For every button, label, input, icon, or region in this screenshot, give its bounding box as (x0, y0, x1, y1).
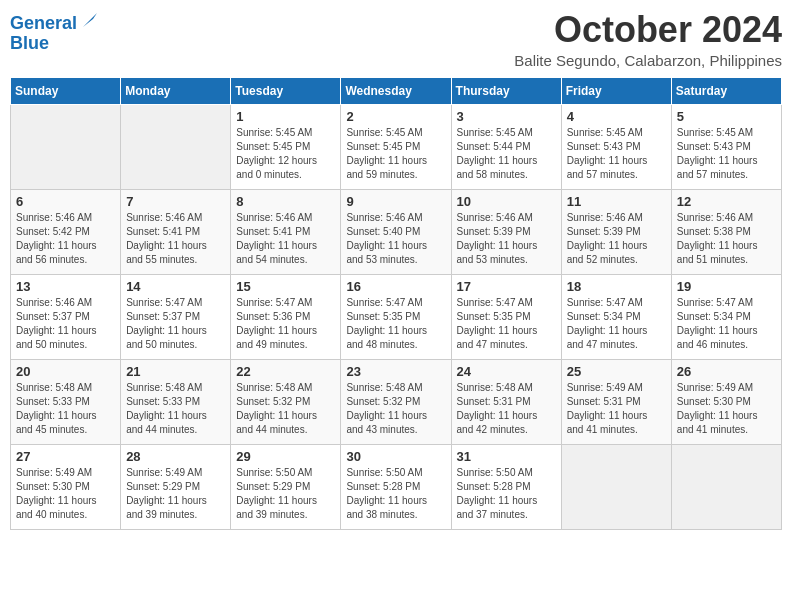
day-info: Sunrise: 5:45 AM Sunset: 5:43 PM Dayligh… (567, 126, 666, 182)
day-cell (11, 104, 121, 189)
day-cell: 4Sunrise: 5:45 AM Sunset: 5:43 PM Daylig… (561, 104, 671, 189)
day-number: 13 (16, 279, 115, 294)
header-cell-tuesday: Tuesday (231, 77, 341, 104)
day-cell: 12Sunrise: 5:46 AM Sunset: 5:38 PM Dayli… (671, 189, 781, 274)
day-cell: 2Sunrise: 5:45 AM Sunset: 5:45 PM Daylig… (341, 104, 451, 189)
logo-bird-icon (79, 13, 97, 31)
day-cell: 21Sunrise: 5:48 AM Sunset: 5:33 PM Dayli… (121, 359, 231, 444)
day-number: 11 (567, 194, 666, 209)
week-row-5: 27Sunrise: 5:49 AM Sunset: 5:30 PM Dayli… (11, 444, 782, 529)
day-cell: 3Sunrise: 5:45 AM Sunset: 5:44 PM Daylig… (451, 104, 561, 189)
day-info: Sunrise: 5:50 AM Sunset: 5:28 PM Dayligh… (457, 466, 556, 522)
day-cell: 7Sunrise: 5:46 AM Sunset: 5:41 PM Daylig… (121, 189, 231, 274)
day-info: Sunrise: 5:47 AM Sunset: 5:34 PM Dayligh… (677, 296, 776, 352)
day-cell: 15Sunrise: 5:47 AM Sunset: 5:36 PM Dayli… (231, 274, 341, 359)
day-info: Sunrise: 5:47 AM Sunset: 5:36 PM Dayligh… (236, 296, 335, 352)
day-info: Sunrise: 5:45 AM Sunset: 5:45 PM Dayligh… (236, 126, 335, 182)
calendar-table: SundayMondayTuesdayWednesdayThursdayFrid… (10, 77, 782, 530)
day-number: 1 (236, 109, 335, 124)
day-info: Sunrise: 5:46 AM Sunset: 5:39 PM Dayligh… (567, 211, 666, 267)
day-info: Sunrise: 5:46 AM Sunset: 5:42 PM Dayligh… (16, 211, 115, 267)
day-number: 30 (346, 449, 445, 464)
header-cell-saturday: Saturday (671, 77, 781, 104)
day-cell: 14Sunrise: 5:47 AM Sunset: 5:37 PM Dayli… (121, 274, 231, 359)
day-number: 3 (457, 109, 556, 124)
day-info: Sunrise: 5:45 AM Sunset: 5:43 PM Dayligh… (677, 126, 776, 182)
day-cell: 19Sunrise: 5:47 AM Sunset: 5:34 PM Dayli… (671, 274, 781, 359)
day-number: 9 (346, 194, 445, 209)
day-number: 8 (236, 194, 335, 209)
day-cell: 24Sunrise: 5:48 AM Sunset: 5:31 PM Dayli… (451, 359, 561, 444)
logo-text-general: General (10, 14, 77, 34)
day-info: Sunrise: 5:45 AM Sunset: 5:45 PM Dayligh… (346, 126, 445, 182)
day-info: Sunrise: 5:50 AM Sunset: 5:28 PM Dayligh… (346, 466, 445, 522)
page-header: General Blue October 2024 Balite Segundo… (10, 10, 782, 69)
week-row-1: 1Sunrise: 5:45 AM Sunset: 5:45 PM Daylig… (11, 104, 782, 189)
day-number: 22 (236, 364, 335, 379)
day-cell: 10Sunrise: 5:46 AM Sunset: 5:39 PM Dayli… (451, 189, 561, 274)
day-cell: 26Sunrise: 5:49 AM Sunset: 5:30 PM Dayli… (671, 359, 781, 444)
day-number: 31 (457, 449, 556, 464)
day-cell: 9Sunrise: 5:46 AM Sunset: 5:40 PM Daylig… (341, 189, 451, 274)
day-info: Sunrise: 5:48 AM Sunset: 5:32 PM Dayligh… (346, 381, 445, 437)
day-cell (561, 444, 671, 529)
day-number: 20 (16, 364, 115, 379)
day-info: Sunrise: 5:47 AM Sunset: 5:34 PM Dayligh… (567, 296, 666, 352)
day-number: 26 (677, 364, 776, 379)
day-info: Sunrise: 5:46 AM Sunset: 5:39 PM Dayligh… (457, 211, 556, 267)
day-cell (121, 104, 231, 189)
week-row-3: 13Sunrise: 5:46 AM Sunset: 5:37 PM Dayli… (11, 274, 782, 359)
day-number: 10 (457, 194, 556, 209)
day-number: 24 (457, 364, 556, 379)
month-title: October 2024 (514, 10, 782, 50)
day-number: 29 (236, 449, 335, 464)
day-number: 21 (126, 364, 225, 379)
logo-text-blue: Blue (10, 34, 49, 54)
location-title: Balite Segundo, Calabarzon, Philippines (514, 52, 782, 69)
day-cell: 22Sunrise: 5:48 AM Sunset: 5:32 PM Dayli… (231, 359, 341, 444)
day-number: 17 (457, 279, 556, 294)
day-cell: 23Sunrise: 5:48 AM Sunset: 5:32 PM Dayli… (341, 359, 451, 444)
day-number: 2 (346, 109, 445, 124)
day-info: Sunrise: 5:46 AM Sunset: 5:38 PM Dayligh… (677, 211, 776, 267)
day-cell: 1Sunrise: 5:45 AM Sunset: 5:45 PM Daylig… (231, 104, 341, 189)
day-cell: 30Sunrise: 5:50 AM Sunset: 5:28 PM Dayli… (341, 444, 451, 529)
day-cell: 11Sunrise: 5:46 AM Sunset: 5:39 PM Dayli… (561, 189, 671, 274)
day-number: 23 (346, 364, 445, 379)
day-number: 7 (126, 194, 225, 209)
logo: General Blue (10, 14, 97, 54)
day-info: Sunrise: 5:49 AM Sunset: 5:29 PM Dayligh… (126, 466, 225, 522)
day-info: Sunrise: 5:48 AM Sunset: 5:31 PM Dayligh… (457, 381, 556, 437)
title-block: October 2024 Balite Segundo, Calabarzon,… (514, 10, 782, 69)
day-info: Sunrise: 5:49 AM Sunset: 5:30 PM Dayligh… (16, 466, 115, 522)
day-info: Sunrise: 5:48 AM Sunset: 5:33 PM Dayligh… (16, 381, 115, 437)
day-cell: 27Sunrise: 5:49 AM Sunset: 5:30 PM Dayli… (11, 444, 121, 529)
day-number: 12 (677, 194, 776, 209)
day-info: Sunrise: 5:46 AM Sunset: 5:40 PM Dayligh… (346, 211, 445, 267)
day-number: 28 (126, 449, 225, 464)
day-cell: 17Sunrise: 5:47 AM Sunset: 5:35 PM Dayli… (451, 274, 561, 359)
day-cell: 6Sunrise: 5:46 AM Sunset: 5:42 PM Daylig… (11, 189, 121, 274)
day-number: 4 (567, 109, 666, 124)
day-cell: 8Sunrise: 5:46 AM Sunset: 5:41 PM Daylig… (231, 189, 341, 274)
header-cell-wednesday: Wednesday (341, 77, 451, 104)
header-cell-friday: Friday (561, 77, 671, 104)
week-row-4: 20Sunrise: 5:48 AM Sunset: 5:33 PM Dayli… (11, 359, 782, 444)
day-cell: 31Sunrise: 5:50 AM Sunset: 5:28 PM Dayli… (451, 444, 561, 529)
day-cell: 25Sunrise: 5:49 AM Sunset: 5:31 PM Dayli… (561, 359, 671, 444)
svg-marker-0 (83, 13, 97, 27)
day-number: 27 (16, 449, 115, 464)
day-cell: 20Sunrise: 5:48 AM Sunset: 5:33 PM Dayli… (11, 359, 121, 444)
day-cell: 28Sunrise: 5:49 AM Sunset: 5:29 PM Dayli… (121, 444, 231, 529)
day-number: 19 (677, 279, 776, 294)
day-cell (671, 444, 781, 529)
day-cell: 18Sunrise: 5:47 AM Sunset: 5:34 PM Dayli… (561, 274, 671, 359)
day-cell: 5Sunrise: 5:45 AM Sunset: 5:43 PM Daylig… (671, 104, 781, 189)
day-info: Sunrise: 5:50 AM Sunset: 5:29 PM Dayligh… (236, 466, 335, 522)
day-info: Sunrise: 5:47 AM Sunset: 5:35 PM Dayligh… (346, 296, 445, 352)
day-number: 14 (126, 279, 225, 294)
day-cell: 29Sunrise: 5:50 AM Sunset: 5:29 PM Dayli… (231, 444, 341, 529)
day-number: 6 (16, 194, 115, 209)
day-number: 25 (567, 364, 666, 379)
day-number: 18 (567, 279, 666, 294)
